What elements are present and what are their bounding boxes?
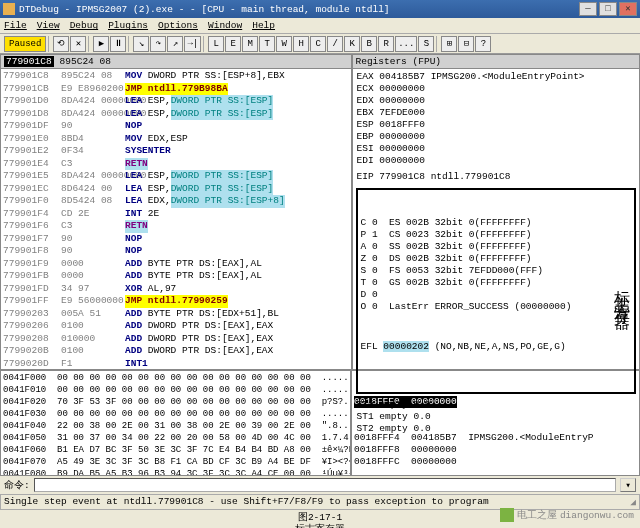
cpu-header: 779901C8895C24 08 [1, 55, 351, 69]
help-button[interactable]: ? [475, 36, 491, 52]
registers-pane[interactable]: Registers (FPU) EAX 004185B7 IPMSG200.<M… [352, 54, 640, 370]
logo-icon [500, 508, 514, 522]
st-registers: ST0 empty 0.0 ST1 empty 0.0 ST2 empty 0.… [353, 397, 639, 437]
window-title: DTDebug - IPMSG2007 (2).exe - - [CPU - m… [19, 4, 390, 15]
paused-indicator: Paused [4, 36, 46, 52]
command-bar: 命令: ▾ [0, 476, 640, 494]
disasm-row[interactable]: 779901E20F34SYSENTER [3, 145, 349, 158]
toolbar: Paused ⟲ ✕ ▶ ⏸ ↘ ↷ ↗ →| LEMTWHC/KBR...S … [0, 34, 640, 54]
layout2-button[interactable]: ⊟ [458, 36, 474, 52]
disasm-row[interactable]: 779901F08D5424 08LEA EDX,DWORD PTR SS:[E… [3, 195, 349, 208]
main-area: 779901C8895C24 08 779901C8895C24 08MOV D… [0, 54, 640, 370]
layout1-button[interactable]: ⊞ [441, 36, 457, 52]
tb-C[interactable]: C [310, 36, 326, 52]
close-button[interactable]: ✕ [619, 2, 637, 16]
side-label: 标志寄存器 [609, 275, 634, 311]
tb-K[interactable]: K [344, 36, 360, 52]
menu-help[interactable]: Help [252, 20, 275, 31]
disasm-row[interactable]: 779901FB0000ADD BYTE PTR DS:[EAX],AL [3, 270, 349, 283]
window-buttons: — □ ✕ [579, 2, 637, 16]
run-button[interactable]: ▶ [93, 36, 109, 52]
stepinto-button[interactable]: ↘ [133, 36, 149, 52]
app-icon [3, 3, 15, 15]
disasm-row[interactable]: 779901E08BD4MOV EDX,ESP [3, 133, 349, 146]
stepover-button[interactable]: ↷ [150, 36, 166, 52]
menu-view[interactable]: View [37, 20, 60, 31]
runto-button[interactable]: →| [184, 36, 201, 52]
maximize-button[interactable]: □ [599, 2, 617, 16]
disasm-row[interactable]: 779901F790NOP [3, 233, 349, 246]
disasm-row[interactable]: 779901E58DA424 00000000LEA ESP,DWORD PTR… [3, 170, 349, 183]
eip-line: EIP 779901C8 ntdll.779901C8 [353, 169, 639, 185]
cpu-pane[interactable]: 779901C8895C24 08 779901C8895C24 08MOV D… [0, 54, 352, 370]
watermark: 电工之屋 diangonwu.com [500, 508, 634, 522]
tb-E[interactable]: E [225, 36, 241, 52]
disasm-row[interactable]: 779901F4CD 2EINT 2E [3, 208, 349, 221]
disasm-row[interactable]: 7799020B0100ADD DWORD PTR DS:[EAX],EAX [3, 345, 349, 358]
disasm-row[interactable]: 779901DF90NOP [3, 120, 349, 133]
disasm-row[interactable]: 7799020DF1INT1 [3, 358, 349, 371]
minimize-button[interactable]: — [579, 2, 597, 16]
menu-options[interactable]: Options [158, 20, 198, 31]
disassembly-list[interactable]: 779901C8895C24 08MOV DWORD PTR SS:[ESP+8… [1, 69, 351, 370]
disasm-row[interactable]: 779901FD34 97XOR AL,97 [3, 283, 349, 296]
disasm-row[interactable]: 779901FFE9 56000000JMP ntdll.77990259 [3, 295, 349, 308]
command-label: 命令: [4, 479, 30, 492]
disasm-row[interactable]: 779901F6C3RETN [3, 220, 349, 233]
disasm-row[interactable]: 779902060100ADD DWORD PTR DS:[EAX],EAX [3, 320, 349, 333]
disasm-row[interactable]: 779901E4C3RETN [3, 158, 349, 171]
command-input[interactable] [34, 478, 617, 492]
command-dropdown[interactable]: ▾ [620, 478, 636, 492]
disasm-row[interactable]: 77990203005A 51ADD BYTE PTR DS:[EDX+51],… [3, 308, 349, 321]
registers-body: EAX 004185B7 IPMSG200.<ModuleEntryPoint>… [353, 69, 639, 169]
menu-debug[interactable]: Debug [70, 20, 99, 31]
tb-M[interactable]: M [242, 36, 258, 52]
pause-button[interactable]: ⏸ [110, 36, 126, 52]
tb-/[interactable]: / [327, 36, 343, 52]
tb-B[interactable]: B [361, 36, 377, 52]
tb-W[interactable]: W [276, 36, 292, 52]
tb-H[interactable]: H [293, 36, 309, 52]
hex-dump-pane[interactable]: 0041F000 00 00 00 00 00 00 00 00 00 00 0… [0, 370, 351, 476]
tb-T[interactable]: T [259, 36, 275, 52]
tb-L[interactable]: L [208, 36, 224, 52]
disasm-row[interactable]: 779901F890NOP [3, 245, 349, 258]
titlebar: DTDebug - IPMSG2007 (2).exe - - [CPU - m… [0, 0, 640, 18]
disasm-row[interactable]: 779901CBE9 E8960200JMP ntdll.779B98BA [3, 83, 349, 96]
restart-button[interactable]: ⟲ [53, 36, 69, 52]
efl-line: EFL 00000202 (NO,NB,NE,A,NS,PO,GE,G) [361, 341, 631, 353]
registers-header[interactable]: Registers (FPU) [353, 55, 639, 69]
tb-R[interactable]: R [378, 36, 394, 52]
menu-window[interactable]: Window [208, 20, 242, 31]
menubar: FileViewDebugPluginsOptionsWindowHelp [0, 18, 640, 34]
tb-...[interactable]: ... [395, 36, 417, 52]
menu-file[interactable]: File [4, 20, 27, 31]
disasm-row[interactable]: 77990208010000ADD DWORD PTR DS:[EAX],EAX [3, 333, 349, 346]
close-button-tb[interactable]: ✕ [70, 36, 86, 52]
disasm-row[interactable]: 779901D88DA424 00000000LEA ESP,DWORD PTR… [3, 108, 349, 121]
disasm-row[interactable]: 779901EC8D6424 00LEA ESP,DWORD PTR SS:[E… [3, 183, 349, 196]
tb-S[interactable]: S [418, 36, 434, 52]
disasm-row[interactable]: 779901D08DA424 00000000LEA ESP,DWORD PTR… [3, 95, 349, 108]
flags-box: C 0 ES 002B 32bit 0(FFFFFFFF) P 1 CS 002… [356, 188, 636, 394]
disasm-row[interactable]: 779901F90000ADD BYTE PTR DS:[EAX],AL [3, 258, 349, 271]
disasm-row[interactable]: 779901C8895C24 08MOV DWORD PTR SS:[ESP+8… [3, 70, 349, 83]
stepout-button[interactable]: ↗ [167, 36, 183, 52]
menu-plugins[interactable]: Plugins [108, 20, 148, 31]
